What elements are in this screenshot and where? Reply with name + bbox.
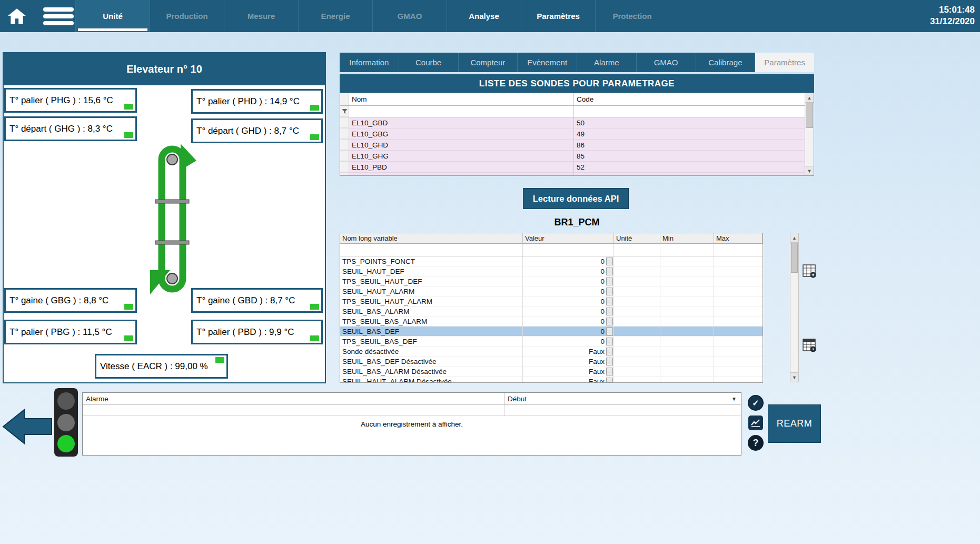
ellipsis-button[interactable]: … [606, 378, 613, 383]
tab-calibrage[interactable]: Calibrage [696, 53, 756, 72]
variable-row[interactable]: SEUIL_BAS_ALARM Désactivée Faux… [340, 367, 763, 377]
tab-alarme[interactable]: Alarme [577, 53, 637, 72]
variable-value-cell: 0… [523, 286, 614, 296]
variable-row[interactable]: SEUIL_BAS_ALARM 0… [340, 306, 763, 316]
ellipsis-button[interactable]: … [606, 258, 613, 265]
variable-value: Faux [589, 348, 605, 355]
variable-value-cell: 0… [523, 256, 614, 266]
variable-row[interactable]: Sonde désactivée Faux… [340, 347, 763, 357]
tab-courbe[interactable]: Courbe [399, 53, 459, 72]
scroll-down-icon[interactable]: ▼ [790, 372, 798, 382]
column-header-alarme[interactable]: Alarme [83, 393, 504, 404]
ellipsis-button[interactable]: … [606, 298, 613, 305]
status-indicator [310, 105, 319, 111]
nav-tab-unite[interactable]: Unité [75, 0, 150, 32]
ellipsis-button[interactable]: … [606, 268, 613, 275]
ellipsis-button[interactable]: … [606, 368, 613, 375]
variable-row[interactable]: SEUIL_HAUT_ALARM Désactivée Faux… [340, 377, 763, 383]
tab-information[interactable]: Information [340, 53, 399, 72]
variables-vertical-scrollbar[interactable]: ▲ ▼ [790, 233, 799, 382]
home-button[interactable] [3, 5, 31, 28]
variable-row[interactable]: SEUIL_HAUT_ALARM 0… [340, 286, 763, 296]
variable-name: TPS_POINTS_FONCT [340, 256, 523, 266]
nav-tab-parametres[interactable]: Paramètres [521, 0, 595, 32]
acknowledge-button[interactable]: ✓ [748, 395, 764, 411]
column-header-nom-long[interactable]: Nom long variable [340, 233, 523, 243]
sensor-label: T° palier ( PHG ) : 15,6 °C [9, 95, 113, 106]
time-text: 15:01:48 [930, 4, 975, 16]
back-arrow-icon [2, 408, 53, 445]
calendar-button[interactable] [801, 335, 817, 354]
hamburger-menu-button[interactable] [42, 6, 75, 27]
scroll-up-icon[interactable]: ▲ [805, 93, 814, 103]
variable-row[interactable]: TPS_SEUIL_BAS_ALARM 0… [340, 316, 763, 327]
column-header-min[interactable]: Min [660, 233, 714, 243]
datetime-display: 15:01:48 31/12/2020 [930, 4, 975, 27]
nav-tab-gmao[interactable]: GMAO [372, 0, 447, 32]
filter-icon[interactable] [342, 108, 348, 114]
rearm-button[interactable]: REARM [768, 404, 821, 443]
nav-tab-analyse[interactable]: Analyse [447, 0, 521, 32]
nav-tab-production[interactable]: Production [150, 0, 224, 32]
variable-row[interactable]: SEUIL_HAUT_DEF 0… [340, 266, 763, 276]
back-button[interactable] [2, 408, 53, 447]
variables-filter-row[interactable] [340, 244, 763, 256]
status-indicator [124, 132, 133, 138]
variable-value: 0 [600, 338, 605, 345]
alarm-header-row: Alarme Début ▼ [83, 393, 741, 405]
tab-evenement[interactable]: Evènement [518, 53, 577, 72]
ellipsis-button[interactable]: … [606, 288, 613, 295]
ellipsis-button[interactable]: … [606, 338, 613, 345]
spreadsheet-edit-button[interactable] [801, 261, 817, 280]
column-header-code[interactable]: Code [574, 93, 805, 105]
column-header-max[interactable]: Max [714, 233, 763, 243]
column-header-debut[interactable]: Début ▼ [504, 393, 741, 404]
main-nav-tabs: Unité Production Mesure Energie GMAO Ana… [75, 0, 669, 32]
sonde-row[interactable]: EL10_GHD 86 [340, 140, 814, 151]
nav-tab-mesure[interactable]: Mesure [224, 0, 298, 32]
scrollbar-thumb[interactable] [806, 103, 813, 128]
ellipsis-button[interactable]: … [606, 318, 613, 325]
scroll-down-icon[interactable]: ▼ [805, 166, 814, 175]
sensor-label: T° palier ( PHD ) : 14,9 °C [196, 96, 300, 107]
column-header-unite[interactable]: Unité [614, 233, 660, 243]
variable-row[interactable]: SEUIL_BAS_DEF Désactivée Faux… [340, 357, 763, 367]
nav-tab-protection[interactable]: Protection [595, 0, 669, 32]
tab-parametres[interactable]: Paramètres [755, 53, 814, 72]
sonde-code: 52 [574, 162, 805, 172]
scroll-up-icon[interactable]: ▲ [790, 233, 798, 243]
yellow-lamp [57, 414, 75, 431]
ellipsis-button[interactable]: … [606, 358, 613, 365]
hamburger-icon [43, 7, 74, 12]
tab-gmao[interactable]: GMAO [637, 53, 696, 72]
variable-row-selected[interactable]: SEUIL_BAS_DEF 0… [340, 327, 763, 337]
nom-filter-cell[interactable] [349, 106, 574, 117]
variable-value: Faux [589, 378, 605, 383]
variable-row[interactable]: TPS_POINTS_FONCT 0… [340, 256, 763, 266]
sensor-vitesse: Vitesse ( EACR ) : 99,00 % [95, 354, 228, 379]
help-button[interactable]: ? [748, 435, 764, 451]
sondes-vertical-scrollbar[interactable]: ▲ ▼ [805, 93, 814, 175]
chart-button[interactable] [748, 416, 763, 430]
variable-row[interactable]: TPS_SEUIL_HAUT_ALARM 0… [340, 296, 763, 306]
variable-row[interactable]: TPS_SEUIL_BAS_DEF 0… [340, 337, 763, 347]
sonde-row[interactable]: EL10_GBG 49 [340, 128, 814, 140]
column-header-valeur[interactable]: Valeur [523, 233, 614, 243]
chevron-down-icon[interactable]: ▼ [731, 396, 737, 402]
scrollbar-thumb[interactable] [791, 243, 798, 273]
ellipsis-button[interactable]: … [606, 348, 613, 355]
lecture-donnees-api-button[interactable]: Lecture données API [523, 188, 629, 209]
code-filter-cell[interactable] [574, 106, 805, 117]
ellipsis-button[interactable]: … [606, 308, 613, 315]
sonde-row[interactable]: EL10_GBD 50 [340, 117, 814, 128]
variable-row[interactable]: TPS_SEUIL_HAUT_DEF 0… [340, 276, 763, 286]
sonde-row[interactable]: EL10_GHG 85 [340, 151, 814, 162]
tab-compteur[interactable]: Compteur [459, 53, 518, 72]
nav-tab-energie[interactable]: Energie [298, 0, 372, 32]
ellipsis-button[interactable]: … [606, 328, 613, 335]
column-header-nom[interactable]: Nom [349, 93, 574, 105]
sonde-row[interactable]: EL10_PBD 52 [340, 162, 814, 173]
variable-value-cell: Faux… [523, 347, 614, 356]
ellipsis-button[interactable]: … [606, 278, 613, 285]
sonde-row[interactable]: EL10_PBG 51 [340, 173, 814, 176]
